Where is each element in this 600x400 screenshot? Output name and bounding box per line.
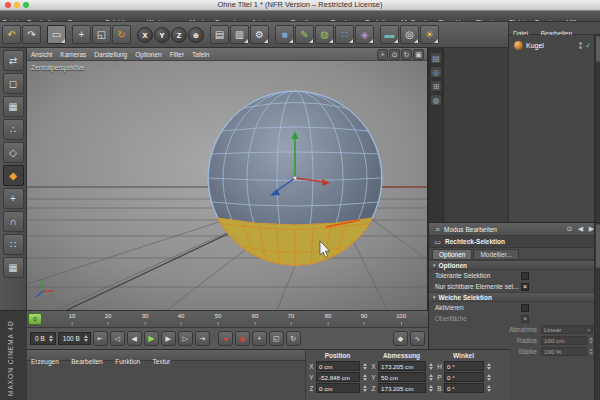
- record-keyframe-button[interactable]: ●: [218, 331, 233, 346]
- angle-b-stepper[interactable]: [487, 385, 491, 392]
- nur-sichtbare-checkbox[interactable]: ×: [521, 283, 529, 291]
- render-settings-icon[interactable]: ⚙: [250, 25, 269, 44]
- spline-pen-icon[interactable]: ✎: [295, 25, 314, 44]
- quantize-icon[interactable]: ∷: [3, 234, 24, 255]
- play-button[interactable]: ▶: [144, 331, 159, 346]
- snap-magnet-icon[interactable]: ∩: [3, 211, 24, 232]
- redo-icon[interactable]: ↷: [22, 25, 41, 44]
- abnahme-dropdown[interactable]: Linear ▾: [541, 325, 593, 334]
- history-back-icon[interactable]: ◀: [576, 225, 585, 233]
- rectangle-selection-tool-icon[interactable]: ▭: [47, 25, 66, 44]
- timeline-ruler[interactable]: 0 10 20 30 40 50 60 70 80 90 100 0: [27, 310, 428, 327]
- record-position-button[interactable]: +: [252, 331, 267, 346]
- record-scale-button[interactable]: ◱: [269, 331, 284, 346]
- size-y-stepper[interactable]: [429, 374, 433, 381]
- position-z-stepper[interactable]: [363, 385, 367, 392]
- object-name[interactable]: Kugel: [526, 42, 544, 49]
- mat-menu-bearbeiten[interactable]: Bearbeiten: [67, 356, 106, 367]
- size-z-stepper[interactable]: [429, 385, 433, 392]
- hamburger-menu-icon[interactable]: ≡: [433, 226, 442, 233]
- make-editable-icon[interactable]: ⇄: [3, 50, 24, 71]
- scrollbar-thumb[interactable]: [596, 36, 600, 62]
- scale-tool-icon[interactable]: ◱: [92, 25, 111, 44]
- previous-frame-button[interactable]: ◀: [127, 331, 142, 346]
- mat-menu-textur[interactable]: Textur: [149, 356, 175, 367]
- position-y-stepper[interactable]: [363, 374, 367, 381]
- staerke-stepper[interactable]: [589, 348, 593, 355]
- array-object-icon[interactable]: ∷: [335, 25, 354, 44]
- position-x-stepper[interactable]: [363, 363, 367, 370]
- next-frame-button[interactable]: ▶: [161, 331, 176, 346]
- camera-icon[interactable]: ◎: [430, 66, 442, 78]
- size-y-field[interactable]: 50 cm: [378, 372, 426, 382]
- angle-p-stepper[interactable]: [487, 374, 491, 381]
- attribute-manager-scrollbar[interactable]: [594, 223, 600, 400]
- cube-primitive-icon[interactable]: ■: [275, 25, 294, 44]
- staerke-field[interactable]: 100 %: [541, 347, 587, 356]
- mat-menu-erzeugen[interactable]: Erzeugen: [27, 356, 63, 367]
- move-tool-icon[interactable]: +: [72, 25, 91, 44]
- keyframe-diamond-icon[interactable]: ◆: [393, 331, 408, 346]
- render-picture-viewer-icon[interactable]: ▥: [230, 25, 249, 44]
- next-key-button[interactable]: ▷: [178, 331, 193, 346]
- camera-object-icon[interactable]: ◎: [400, 25, 419, 44]
- position-x-field[interactable]: 0 cm: [316, 361, 360, 371]
- oberflaeche-checkbox[interactable]: ×: [521, 315, 529, 323]
- sphere-object[interactable]: [208, 91, 382, 265]
- edges-mode-icon[interactable]: ◇: [3, 142, 24, 163]
- rotate-tool-icon[interactable]: ↻: [112, 25, 131, 44]
- object-list-item-kugel[interactable]: Kugel ✓: [509, 39, 600, 52]
- edit-menu[interactable]: Bearbeiten: [466, 226, 497, 233]
- section-optionen[interactable]: ▾ Optionen: [429, 260, 600, 270]
- viewport-toggle-icon[interactable]: ▣: [413, 49, 424, 60]
- polygons-mode-icon[interactable]: ◆: [3, 165, 24, 186]
- aktivieren-checkbox[interactable]: [521, 304, 529, 312]
- angle-h-field[interactable]: 0 °: [444, 361, 484, 371]
- lock-y-axis-button[interactable]: Y: [154, 27, 170, 43]
- lock-z-axis-button[interactable]: Z: [171, 27, 187, 43]
- size-z-field[interactable]: 173.205 cm: [378, 383, 426, 393]
- points-mode-icon[interactable]: ∴: [3, 119, 24, 140]
- angle-b-field[interactable]: 0 °: [444, 383, 484, 393]
- mat-menu-funktion[interactable]: Funktion: [111, 356, 144, 367]
- mode-menu[interactable]: Modus: [444, 226, 464, 233]
- floor-object-icon[interactable]: ▬: [380, 25, 399, 44]
- tolerante-selektion-checkbox[interactable]: [521, 272, 529, 280]
- angle-p-field[interactable]: 0 °: [444, 372, 484, 382]
- sphere-icon[interactable]: ◍: [430, 94, 442, 106]
- viewport-3d-canvas[interactable]: [27, 61, 427, 310]
- close-button[interactable]: [5, 2, 11, 8]
- tab-modellier[interactable]: Modellier...: [473, 249, 518, 259]
- grid-icon[interactable]: ⊞: [430, 80, 442, 92]
- goto-end-button[interactable]: ⇥: [195, 331, 210, 346]
- vp-menu-darstellung[interactable]: Darstellung: [90, 51, 131, 58]
- deformer-icon[interactable]: ◈: [355, 25, 374, 44]
- minimize-button[interactable]: [14, 2, 20, 8]
- zoom-button[interactable]: [23, 2, 29, 8]
- object-enabled-check[interactable]: ✓: [585, 42, 591, 50]
- vp-menu-kameras[interactable]: Kameras: [56, 51, 90, 58]
- scrollbar-thumb[interactable]: [596, 224, 600, 268]
- section-weiche-selektion[interactable]: ▾ Weiche Selektion: [429, 292, 600, 302]
- lock-icon[interactable]: ⊙: [565, 225, 574, 233]
- angle-h-stepper[interactable]: [487, 363, 491, 370]
- vp-menu-optionen[interactable]: Optionen: [131, 51, 165, 58]
- size-x-field[interactable]: 173.205 cm: [378, 361, 426, 371]
- position-y-field[interactable]: -52.848 cm: [316, 372, 360, 382]
- record-rotation-button[interactable]: ↻: [286, 331, 301, 346]
- timeline-end-field[interactable]: 100 B: [58, 332, 91, 345]
- goto-start-button[interactable]: ⇤: [93, 331, 108, 346]
- render-view-icon[interactable]: ▤: [210, 25, 229, 44]
- enable-axis-icon[interactable]: +: [3, 188, 24, 209]
- workplane-icon[interactable]: ▦: [3, 257, 24, 278]
- vp-menu-tafeln[interactable]: Tafeln: [188, 51, 213, 58]
- radius-field[interactable]: 100 cm: [541, 336, 587, 345]
- coordinate-system-button[interactable]: ⊕: [188, 27, 204, 43]
- end-frame-stepper[interactable]: [84, 335, 88, 342]
- viewport-pan-icon[interactable]: +: [377, 49, 388, 60]
- light-object-icon[interactable]: ☀: [420, 25, 439, 44]
- viewport-rotate-icon[interactable]: ↻: [401, 49, 412, 60]
- start-frame-stepper[interactable]: [49, 335, 53, 342]
- position-z-field[interactable]: 0 cm: [316, 383, 360, 393]
- fcurve-icon[interactable]: ∿: [410, 331, 425, 346]
